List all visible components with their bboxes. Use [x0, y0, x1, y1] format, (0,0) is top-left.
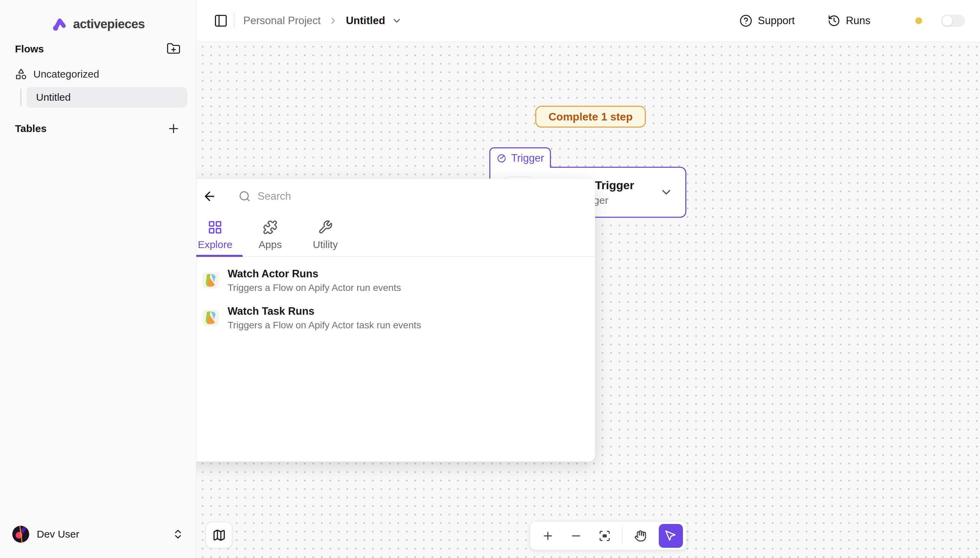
chevron-right-icon	[328, 16, 338, 26]
trigger-gauge-icon	[496, 153, 507, 164]
chevron-down-icon[interactable]	[391, 15, 402, 26]
item-title: Watch Actor Runs	[228, 268, 401, 280]
list-item-watch-actor-runs[interactable]: Watch Actor Runs Triggers a Flow on Apif…	[187, 262, 595, 299]
plus-icon	[542, 530, 554, 542]
folder-label: Uncategorized	[33, 68, 99, 80]
tab-label: Apps	[259, 239, 282, 250]
user-menu[interactable]: Dev User	[12, 522, 184, 547]
puzzle-icon	[263, 220, 277, 235]
breadcrumb-project[interactable]: Personal Project	[243, 15, 320, 27]
toolbar-divider	[622, 527, 623, 544]
item-description: Triggers a Flow on Apify Actor run event…	[228, 282, 401, 293]
sidebar: activepieces Flows Uncategorized Untitle…	[0, 0, 196, 558]
chevron-down-icon[interactable]	[660, 185, 673, 199]
history-icon	[827, 14, 840, 27]
search-input[interactable]	[258, 190, 580, 202]
add-table-button[interactable]	[165, 120, 182, 138]
sidebar-item-flow-untitled[interactable]: Untitled	[26, 87, 187, 108]
list-item-watch-task-runs[interactable]: Watch Task Runs Triggers a Flow on Apify…	[187, 299, 595, 336]
fit-view-button[interactable]	[593, 525, 616, 547]
pan-tool-button[interactable]	[629, 525, 651, 547]
item-title: Watch Task Runs	[228, 305, 421, 317]
mouse-pointer-icon	[664, 529, 677, 542]
topbar-actions: Support Runs	[739, 14, 980, 27]
topbar: Personal Project Untitled Support Runs	[196, 0, 980, 42]
item-texts: Watch Actor Runs Triggers a Flow on Apif…	[228, 268, 401, 293]
map-icon	[212, 528, 226, 542]
trigger-list: Watch Actor Runs Triggers a Flow on Apif…	[187, 257, 595, 336]
search-field[interactable]	[238, 190, 580, 202]
panel-left-icon	[214, 14, 228, 28]
tree-indent-line	[20, 89, 21, 106]
help-circle-icon	[739, 14, 752, 27]
tables-header: Tables	[15, 120, 182, 138]
activepieces-logo-icon	[51, 17, 68, 32]
tab-apps[interactable]: Apps	[243, 214, 298, 256]
complete-steps-badge[interactable]: Complete 1 step	[535, 106, 646, 128]
draft-status-dot	[915, 17, 922, 24]
flow-item-label: Untitled	[36, 92, 71, 103]
support-label: Support	[758, 15, 795, 27]
breadcrumb-flow-name[interactable]: Untitled	[346, 15, 385, 27]
plus-icon	[167, 122, 181, 135]
apify-icon	[202, 310, 219, 326]
tab-label: Utility	[313, 239, 338, 250]
tab-label: Explore	[198, 239, 232, 250]
flows-title: Flows	[15, 43, 44, 55]
sidebar-item-uncategorized[interactable]: Uncategorized	[15, 65, 182, 83]
flows-header: Flows	[15, 40, 182, 58]
chevrons-up-down-icon	[172, 528, 184, 540]
item-texts: Watch Task Runs Triggers a Flow on Apify…	[228, 305, 421, 331]
toggle-sidebar-button[interactable]	[212, 12, 230, 30]
back-arrow-icon[interactable]	[202, 189, 217, 204]
runs-label: Runs	[846, 15, 870, 27]
trigger-tab-label: Trigger	[511, 152, 544, 164]
shapes-icon	[15, 68, 27, 80]
tables-title: Tables	[15, 123, 47, 135]
wrench-icon	[318, 220, 333, 235]
item-description: Triggers a Flow on Apify Actor task run …	[228, 320, 421, 331]
brand-logo: activepieces	[0, 13, 196, 35]
piece-selector-popup: Explore Apps Utility Watch Actor Runs	[187, 179, 595, 462]
zoom-out-button[interactable]	[565, 525, 587, 547]
topbar-divider	[234, 13, 235, 29]
publish-toggle[interactable]	[941, 15, 965, 27]
runs-button[interactable]: Runs	[827, 14, 870, 27]
support-button[interactable]: Support	[739, 14, 795, 27]
minus-icon	[570, 530, 582, 542]
brand-name: activepieces	[73, 17, 145, 31]
avatar	[12, 526, 29, 543]
trigger-node-tab: Trigger	[489, 147, 551, 168]
flow-tree: Untitled	[20, 87, 187, 108]
popup-header	[187, 179, 595, 214]
search-icon	[238, 190, 251, 202]
folder-plus-icon	[166, 42, 181, 56]
toggle-knob	[942, 16, 952, 26]
tab-utility[interactable]: Utility	[298, 214, 353, 256]
hand-icon	[634, 530, 647, 542]
add-folder-button[interactable]	[165, 40, 182, 58]
fit-view-icon	[599, 530, 611, 542]
minimap-toggle-button[interactable]	[205, 522, 232, 548]
zoom-in-button[interactable]	[537, 525, 559, 547]
popup-tabs: Explore Apps Utility	[187, 214, 595, 257]
apify-icon	[202, 272, 219, 289]
select-tool-button[interactable]	[659, 524, 683, 548]
layout-grid-icon	[208, 220, 223, 235]
user-name: Dev User	[37, 528, 165, 540]
canvas-toolbar	[530, 522, 686, 550]
